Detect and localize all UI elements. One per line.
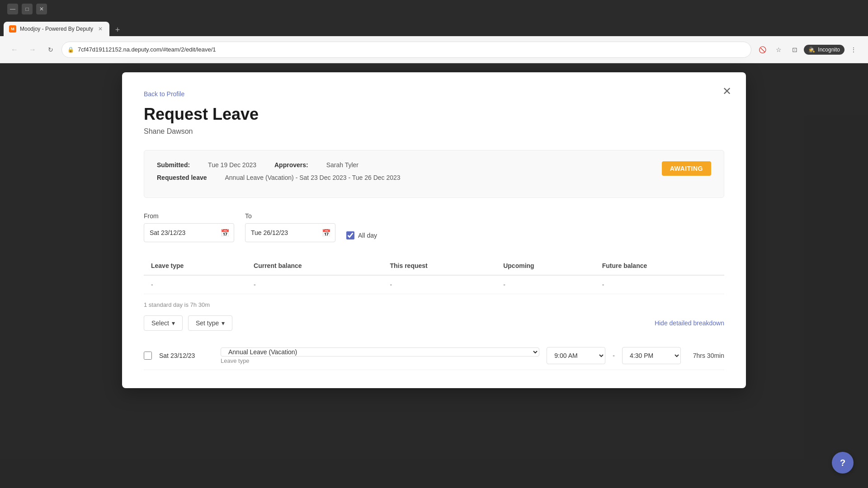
breakdown-row: Sat 23/12/23 Annual Leave (Vacation) Lea… [144, 342, 724, 370]
breakdown-checkbox[interactable] [144, 352, 152, 360]
address-bar: 🔒 [61, 42, 751, 58]
requested-leave-value: Annual Leave (Vacation) - Sat 23 Dec 202… [225, 174, 401, 181]
standard-day-note: 1 standard day is 7h 30m [144, 301, 724, 308]
requested-leave-label: Requested leave [157, 174, 207, 181]
back-button[interactable]: ← [7, 42, 22, 57]
col-current-balance: Current balance [246, 257, 382, 275]
set-type-label: Set type [196, 319, 219, 327]
upcoming-cell: - [496, 275, 595, 294]
split-screen-icon[interactable]: ⊡ [788, 42, 802, 57]
status-badge: AWAITING [662, 161, 711, 176]
request-leave-modal: Back to Profile Request Leave Shane Daws… [122, 72, 746, 388]
incognito-icon: 🕵 [808, 47, 815, 53]
start-time-select[interactable]: 9:00 AM [547, 347, 605, 364]
close-window-button[interactable]: ✕ [36, 4, 47, 14]
menu-button[interactable]: ⋮ [846, 42, 861, 57]
current-balance-cell: - [246, 275, 382, 294]
allday-field: All day [346, 231, 377, 239]
tab-favicon: M [9, 25, 16, 33]
col-upcoming: Upcoming [496, 257, 595, 275]
col-leave-type: Leave type [144, 257, 246, 275]
url-input[interactable] [78, 46, 745, 53]
hide-breakdown-link[interactable]: Hide detailed breakdown [655, 319, 724, 327]
star-icon[interactable]: ☆ [771, 42, 786, 57]
to-date-field: To 📅 [245, 212, 335, 242]
approvers-label: Approvers: [274, 161, 308, 169]
set-type-button[interactable]: Set type ▾ [188, 315, 232, 331]
submitted-value: Tue 19 Dec 2023 [208, 161, 256, 169]
allday-label: All day [358, 232, 377, 239]
from-date-input[interactable] [144, 223, 234, 242]
time-separator: - [613, 352, 615, 359]
forward-button[interactable]: → [25, 42, 40, 57]
new-tab-button[interactable]: + [111, 23, 124, 36]
back-to-profile-link[interactable]: Back to Profile [144, 90, 724, 98]
to-label: To [245, 212, 335, 220]
dates-section: From 📅 To 📅 All day [144, 212, 724, 242]
tab-close-button[interactable]: ✕ [97, 25, 104, 33]
set-type-chevron-icon: ▾ [222, 319, 225, 327]
incognito-label: Incognito [818, 47, 840, 53]
col-future-balance: Future balance [595, 257, 724, 275]
allday-checkbox[interactable] [346, 231, 354, 239]
end-time-select[interactable]: 4:30 PM [622, 347, 681, 364]
maximize-button[interactable]: □ [22, 4, 33, 14]
approvers-value: Sarah Tyler [326, 161, 359, 169]
modal-title: Request Leave [144, 105, 724, 124]
table-actions: Select ▾ Set type ▾ Hide detailed breakd… [144, 315, 724, 331]
leave-type-table: Leave type Current balance This request … [144, 257, 724, 294]
select-label: Select [151, 319, 169, 327]
help-button[interactable]: ? [832, 452, 854, 474]
refresh-button[interactable]: ↻ [43, 42, 58, 57]
employee-name: Shane Dawson [144, 127, 724, 136]
submitted-label: Submitted: [157, 161, 190, 169]
select-button[interactable]: Select ▾ [144, 315, 183, 331]
eye-slash-icon[interactable]: 🚫 [755, 42, 769, 57]
from-label: From [144, 212, 234, 220]
future-balance-cell: - [595, 275, 724, 294]
breakdown-date: Sat 23/12/23 [159, 352, 213, 359]
from-date-field: From 📅 [144, 212, 234, 242]
select-chevron-icon: ▾ [172, 319, 175, 327]
leave-type-cell: - [144, 275, 246, 294]
close-modal-button[interactable]: ✕ [719, 83, 735, 99]
minimize-button[interactable]: — [7, 4, 18, 14]
active-tab[interactable]: M Moodjoy - Powered By Deputy ✕ [4, 22, 109, 36]
modal-overlay: Back to Profile Request Leave Shane Daws… [0, 63, 868, 488]
lock-icon: 🔒 [67, 47, 74, 53]
tab-title: Moodjoy - Powered By Deputy [20, 26, 93, 32]
breakdown-hours: 7hrs 30min [688, 352, 724, 359]
col-this-request: This request [383, 257, 496, 275]
table-row: - - - - - [144, 275, 724, 294]
this-request-cell: - [383, 275, 496, 294]
leave-type-sublabel: Leave type [221, 357, 539, 364]
info-section: Submitted: Tue 19 Dec 2023 Approvers: Sa… [144, 150, 724, 198]
incognito-badge: 🕵 Incognito [804, 45, 844, 55]
to-date-input[interactable] [245, 223, 335, 242]
leave-type-select[interactable]: Annual Leave (Vacation) [221, 347, 539, 357]
